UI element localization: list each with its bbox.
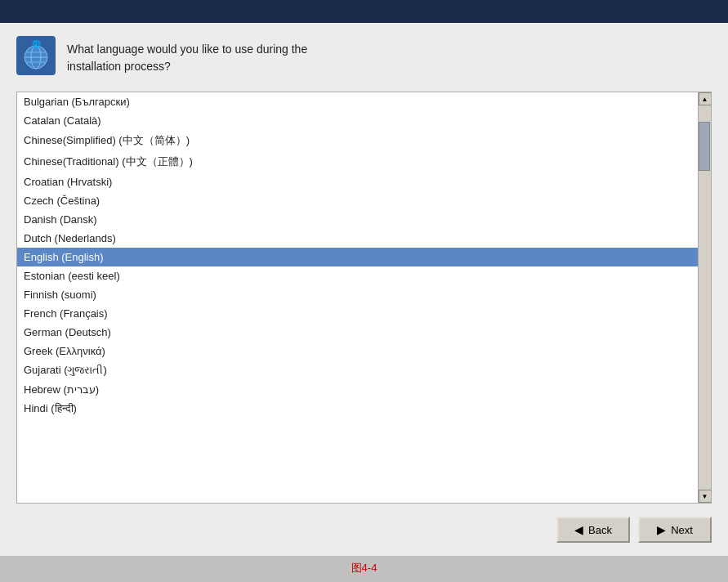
scrollbar-track (699, 105, 711, 490)
footer: ◀ Back ▶ Next (16, 504, 712, 556)
caption-text: 图4-4 (0, 556, 728, 582)
svg-text:🌐: 🌐 (32, 39, 42, 49)
scrollbar-down-btn[interactable]: ▼ (699, 490, 712, 503)
header-text: What language would you like to use duri… (67, 36, 307, 75)
language-item[interactable]: Danish (Dansk) (17, 210, 698, 229)
back-button[interactable]: ◀ Back (556, 517, 630, 543)
language-item[interactable]: Hindi (हिन्दी) (17, 399, 698, 419)
back-label: Back (588, 524, 612, 536)
language-item[interactable]: Chinese(Simplified) (中文（简体）) (17, 130, 698, 151)
content-area: 🌐 What language would you like to use du… (0, 23, 728, 556)
scrollbar-thumb[interactable] (699, 122, 710, 171)
language-item[interactable]: Chinese(Traditional) (中文（正體）) (17, 151, 698, 172)
installer-window: 🌐 What language would you like to use du… (0, 0, 728, 582)
language-item[interactable]: Czech (Čeština) (17, 191, 698, 210)
language-item[interactable]: Estonian (eesti keel) (17, 266, 698, 285)
language-item[interactable]: Greek (Ελληνικά) (17, 342, 698, 360)
language-list-container: Bulgarian (Български)Catalan (Català)Chi… (16, 92, 712, 504)
next-label: Next (671, 524, 693, 536)
language-item[interactable]: Dutch (Nederlands) (17, 229, 698, 248)
language-item[interactable]: Finnish (suomi) (17, 285, 698, 304)
scrollbar-up-btn[interactable]: ▲ (699, 92, 712, 105)
language-item[interactable]: Gujarati (ગુજરાતી) (17, 360, 698, 380)
back-icon: ◀ (574, 523, 583, 536)
scrollbar[interactable]: ▲ ▼ (698, 92, 711, 503)
language-item[interactable]: Hebrew (עברית) (17, 380, 698, 399)
language-list[interactable]: Bulgarian (Български)Catalan (Català)Chi… (17, 92, 698, 503)
language-item[interactable]: Catalan (Català) (17, 111, 698, 130)
language-item[interactable]: Croatian (Hrvatski) (17, 172, 698, 191)
next-icon: ▶ (657, 523, 666, 536)
globe-icon: 🌐 (16, 36, 56, 75)
header-section: 🌐 What language would you like to use du… (16, 36, 712, 75)
language-item[interactable]: English (English) (17, 248, 698, 266)
language-item[interactable]: German (Deutsch) (17, 323, 698, 342)
language-item[interactable]: French (Français) (17, 304, 698, 323)
title-bar (0, 0, 728, 23)
next-button[interactable]: ▶ Next (638, 517, 712, 543)
language-item[interactable]: Bulgarian (Български) (17, 92, 698, 111)
